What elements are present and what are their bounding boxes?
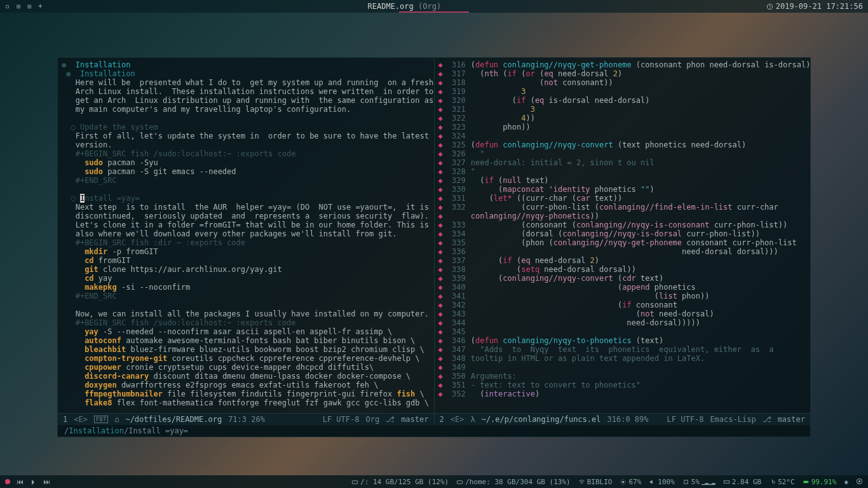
ml-major-mode: Org xyxy=(365,415,379,424)
title-filename: README.org xyxy=(368,2,414,11)
ml-window-num: 2 xyxy=(440,415,444,424)
emacs-frame: ● Installation ● Installation Here will … xyxy=(57,57,811,437)
clock-icon xyxy=(766,3,773,10)
svg-rect-4 xyxy=(684,480,688,484)
svg-rect-5 xyxy=(724,480,729,483)
taskbar-left: ⏮ ⏵ ⏭ xyxy=(5,478,50,486)
archlinux-icon[interactable] xyxy=(5,479,10,484)
new-tab-icon[interactable]: + xyxy=(38,2,43,11)
layout-icon-3[interactable]: ≡ xyxy=(27,2,31,11)
discord-tray-icon[interactable]: ◈ xyxy=(844,478,848,486)
ml-window-num: 1 xyxy=(63,415,67,424)
datetime-text: 2019-09-21 17:21:56 xyxy=(776,2,863,11)
ml-evil-state: <E> xyxy=(451,415,465,424)
wifi-icon xyxy=(578,478,585,485)
home-icon: ⌂ xyxy=(114,415,119,424)
ml-major-mode: Emacs-Lisp xyxy=(710,415,756,424)
minibuffer[interactable]: /Installation/Install =yay= xyxy=(58,425,810,437)
ml-branch: master xyxy=(778,415,805,424)
left-pane-org[interactable]: ● Installation ● Installation Here will … xyxy=(58,58,435,413)
title-underline xyxy=(399,11,469,13)
elisp-icon: λ xyxy=(470,415,475,424)
ml-branch: master xyxy=(401,415,428,424)
ml-encoding: LF UTF-8 xyxy=(323,415,360,424)
ram-widget: 2.84 GB xyxy=(723,478,761,486)
modelines: 1 <E> F07 ⌂ ~/dotfiles/README.org 71:3 2… xyxy=(58,413,810,425)
taskbar-right: /: 14 GB/125 GB (12%) /home: 38 GB/304 G… xyxy=(351,478,863,486)
breadcrumb-1: Installation xyxy=(69,426,124,435)
thermometer-icon xyxy=(769,478,776,485)
ml-position: 71:3 26% xyxy=(228,415,265,424)
wifi-widget[interactable]: BIBLIO xyxy=(578,478,613,486)
svg-point-3 xyxy=(622,480,625,483)
git-branch-icon: ⎇ xyxy=(763,415,771,424)
system-taskbar: ⏮ ⏵ ⏭ /: 14 GB/125 GB (12%) /home: 38 GB… xyxy=(0,475,868,488)
layout-icon-2[interactable]: ≡ xyxy=(16,2,20,11)
svg-rect-6 xyxy=(803,480,808,483)
cpu-widget: 5% ▁▂▁▂ xyxy=(682,478,715,486)
ml-filepath: ~/.e/p/conlanging/funcs.el xyxy=(482,415,601,424)
svg-rect-1 xyxy=(352,480,357,484)
media-next-icon[interactable]: ⏭ xyxy=(43,478,50,486)
temp-widget: 52°C xyxy=(769,478,795,486)
window-titlebar: ▫ ≡ ≡ + README.org (Org) 2019-09-21 17:2… xyxy=(0,0,868,13)
modeline-right: 2 <E> λ ~/.e/p/conlanging/funcs.el 316:0… xyxy=(434,414,811,425)
disk-home-widget: /home: 38 GB/304 GB (13%) xyxy=(456,478,571,486)
titlebar-left-controls: ▫ ≡ ≡ + xyxy=(5,2,43,11)
ml-position: 316:0 89% xyxy=(607,415,649,424)
ram-icon xyxy=(723,478,730,485)
svg-rect-7 xyxy=(808,481,808,482)
battery-widget: 99.91% xyxy=(803,478,837,486)
volume-widget[interactable]: 100% xyxy=(649,478,675,486)
media-play-icon[interactable]: ⏵ xyxy=(30,478,37,486)
location-tray-icon[interactable]: ⦿ xyxy=(856,478,863,486)
git-branch-icon: ⎇ xyxy=(386,415,395,424)
brightness-icon xyxy=(620,478,627,485)
right-pane-elisp[interactable]: ◆316(defun conlanging//nyqy-get-phoneme … xyxy=(435,58,811,413)
battery-icon xyxy=(803,478,810,485)
svg-rect-2 xyxy=(458,480,463,484)
disk-root-widget: /: 14 GB/125 GB (12%) xyxy=(351,478,449,486)
cpu-icon xyxy=(682,478,689,485)
disk-icon xyxy=(351,478,358,485)
ml-encoding: LF UTF-8 xyxy=(667,415,704,424)
titlebar-clock: 2019-09-21 17:21:56 xyxy=(766,2,863,11)
breadcrumb-2: Install =yay= xyxy=(128,426,188,435)
disk-icon xyxy=(456,478,463,485)
ml-evil-state: <E> xyxy=(74,415,88,424)
modeline-left: 1 <E> F07 ⌂ ~/dotfiles/README.org 71:3 2… xyxy=(58,414,434,425)
org-icon: F07 xyxy=(94,416,108,423)
media-prev-icon[interactable]: ⏮ xyxy=(17,478,24,486)
volume-icon xyxy=(649,478,656,485)
layout-icon-1[interactable]: ▫ xyxy=(5,2,10,11)
split-panes: ● Installation ● Installation Here will … xyxy=(58,58,810,413)
brightness-widget[interactable]: 67% xyxy=(620,478,641,486)
title-mode: (Org) xyxy=(418,2,441,11)
cpu-bars: ▁▂▁▂ xyxy=(702,478,715,485)
ml-filepath: ~/dotfiles/README.org xyxy=(125,415,222,424)
window-title: README.org (Org) xyxy=(43,2,766,11)
